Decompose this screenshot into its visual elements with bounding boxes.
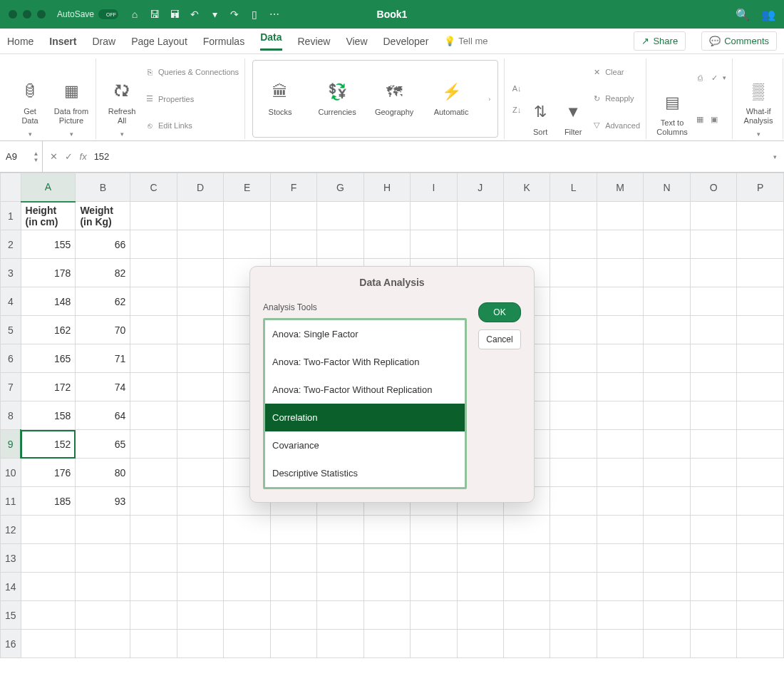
cell-E15[interactable]	[224, 601, 270, 630]
analysis-tool-item[interactable]: Covariance	[265, 431, 465, 459]
cell-H13[interactable]	[363, 544, 411, 573]
cell-H12[interactable]	[363, 516, 411, 544]
tab-formulas[interactable]: Formulas	[203, 36, 244, 47]
cell-J2[interactable]	[457, 230, 503, 259]
cell-I12[interactable]	[411, 516, 457, 544]
cell-K1[interactable]	[503, 202, 550, 230]
cell-M5[interactable]	[597, 316, 644, 344]
col-header-H[interactable]: H	[363, 173, 411, 202]
cell-M2[interactable]	[597, 230, 644, 259]
col-header-A[interactable]: A	[21, 173, 76, 202]
cell-C12[interactable]	[130, 516, 177, 544]
cell-M10[interactable]	[597, 459, 644, 487]
analysis-tool-item[interactable]: Correlation	[265, 404, 465, 431]
cell-P15[interactable]	[737, 601, 784, 630]
col-header-M[interactable]: M	[597, 173, 644, 202]
filter-button[interactable]: ▼Filter	[559, 60, 587, 138]
text-to-columns-button[interactable]: ▤Text toColumns	[654, 60, 691, 138]
cell-H1[interactable]	[363, 202, 411, 230]
row-header-5[interactable]: 5	[1, 316, 21, 344]
geography-button[interactable]: 🗺Geography	[374, 81, 414, 118]
what-if-button[interactable]: ▒What-ifAnalysis▾	[740, 60, 777, 138]
cell-I2[interactable]	[411, 230, 457, 259]
cell-P5[interactable]	[737, 316, 784, 344]
tab-draw[interactable]: Draw	[92, 36, 115, 47]
refresh-all-button[interactable]: 🗘RefreshAll▾	[103, 60, 140, 138]
cell-N1[interactable]	[644, 202, 691, 230]
cell-O8[interactable]	[690, 401, 737, 430]
max-dot[interactable]	[37, 10, 46, 19]
cell-G15[interactable]	[317, 601, 364, 630]
cell-E13[interactable]	[224, 544, 270, 573]
cell-N11[interactable]	[644, 487, 691, 516]
cell-A6[interactable]: 165	[21, 344, 76, 373]
cell-K13[interactable]	[503, 544, 550, 573]
cell-O10[interactable]	[690, 459, 737, 487]
cell-L10[interactable]	[550, 459, 597, 487]
cell-E1[interactable]	[224, 202, 270, 230]
cell-L7[interactable]	[550, 373, 597, 401]
queries-connections-button[interactable]: ⎘Queries & Connections	[145, 68, 239, 76]
cell-A16[interactable]	[21, 630, 76, 658]
cell-H15[interactable]	[363, 601, 411, 630]
cell-E2[interactable]	[224, 230, 270, 259]
cell-N2[interactable]	[644, 230, 691, 259]
cell-D2[interactable]	[177, 230, 224, 259]
cell-B3[interactable]: 82	[76, 259, 130, 287]
cell-O4[interactable]	[690, 287, 737, 316]
cell-L3[interactable]	[550, 259, 597, 287]
sort-asc-button[interactable]: A↓	[512, 84, 522, 93]
save-as-icon[interactable]: 🖬	[168, 8, 181, 21]
cell-N12[interactable]	[644, 516, 691, 544]
cell-O15[interactable]	[690, 601, 737, 630]
cell-I13[interactable]	[411, 544, 457, 573]
row-header-8[interactable]: 8	[1, 401, 21, 430]
share-people-icon[interactable]: 👥	[761, 8, 775, 21]
cell-L12[interactable]	[550, 516, 597, 544]
cell-P1[interactable]	[737, 202, 784, 230]
cell-K2[interactable]	[503, 230, 550, 259]
col-header-I[interactable]: I	[411, 173, 457, 202]
cell-A11[interactable]: 185	[21, 487, 76, 516]
cell-D11[interactable]	[177, 487, 224, 516]
ok-button[interactable]: OK	[478, 302, 521, 322]
cell-P13[interactable]	[737, 544, 784, 573]
data-validation-button[interactable]: ✓▾	[709, 73, 726, 83]
col-header-K[interactable]: K	[503, 173, 550, 202]
autosave-switch[interactable]: OFF	[98, 9, 118, 19]
cell-N16[interactable]	[644, 630, 691, 658]
cell-B4[interactable]: 62	[76, 287, 130, 316]
cell-K12[interactable]	[503, 516, 550, 544]
cell-O1[interactable]	[690, 202, 737, 230]
cell-N9[interactable]	[644, 430, 691, 459]
cell-P10[interactable]	[737, 459, 784, 487]
cell-O3[interactable]	[690, 259, 737, 287]
col-header-B[interactable]: B	[76, 173, 130, 202]
cell-G12[interactable]	[317, 516, 364, 544]
row-header-1[interactable]: 1	[1, 202, 21, 230]
cancel-entry-icon[interactable]: ✕	[50, 151, 58, 162]
home-icon[interactable]: ⌂	[128, 8, 141, 21]
cell-O9[interactable]	[690, 430, 737, 459]
cell-L4[interactable]	[550, 287, 597, 316]
cell-D12[interactable]	[177, 516, 224, 544]
col-header-G[interactable]: G	[317, 173, 364, 202]
redo-icon[interactable]: ↷	[228, 8, 241, 21]
cell-G14[interactable]	[317, 573, 364, 601]
col-header-P[interactable]: P	[737, 173, 784, 202]
cell-D1[interactable]	[177, 202, 224, 230]
cell-C15[interactable]	[130, 601, 177, 630]
data-types-more-icon[interactable]: ›	[488, 96, 490, 103]
cell-C10[interactable]	[130, 459, 177, 487]
cell-F16[interactable]	[270, 630, 316, 658]
cell-C11[interactable]	[130, 487, 177, 516]
cell-P2[interactable]	[737, 230, 784, 259]
tab-data[interactable]: Data	[260, 31, 282, 51]
col-header-D[interactable]: D	[177, 173, 224, 202]
cell-L8[interactable]	[550, 401, 597, 430]
cell-J16[interactable]	[457, 630, 503, 658]
cell-P8[interactable]	[737, 401, 784, 430]
name-box[interactable]: A9 ▲▼	[0, 141, 43, 172]
cell-L16[interactable]	[550, 630, 597, 658]
cell-D8[interactable]	[177, 401, 224, 430]
